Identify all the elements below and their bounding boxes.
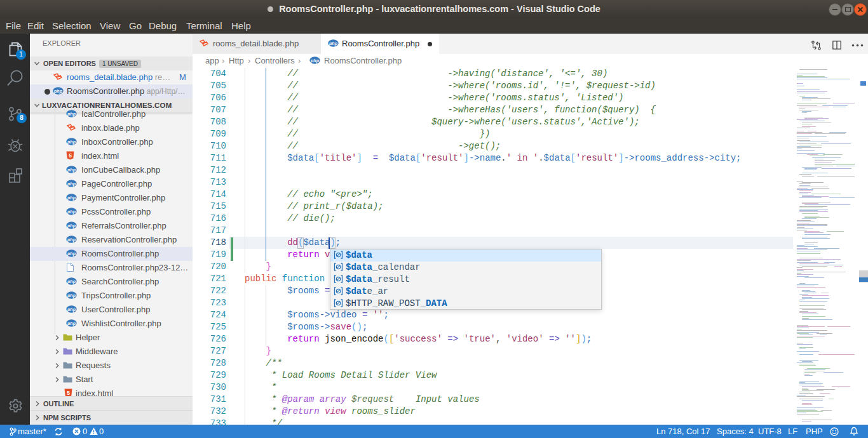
svg-text:php: php [67, 251, 76, 256]
svg-text:php: php [67, 112, 76, 117]
svg-text:php: php [67, 209, 76, 215]
svg-text:php: php [67, 168, 76, 173]
svg-text:php: php [67, 237, 76, 242]
svg-text:php: php [67, 293, 76, 298]
svg-text:php: php [67, 182, 76, 187]
svg-text:php: php [67, 140, 76, 145]
svg-text:php: php [67, 223, 76, 229]
svg-text:5: 5 [69, 152, 72, 159]
svg-text:php: php [67, 307, 76, 312]
svg-text:php: php [310, 58, 320, 63]
svg-text:php: php [67, 279, 76, 284]
svg-text:5: 5 [67, 390, 70, 396]
svg-text:php: php [67, 196, 76, 201]
svg-text:php: php [67, 321, 76, 326]
svg-text:php: php [329, 41, 338, 46]
